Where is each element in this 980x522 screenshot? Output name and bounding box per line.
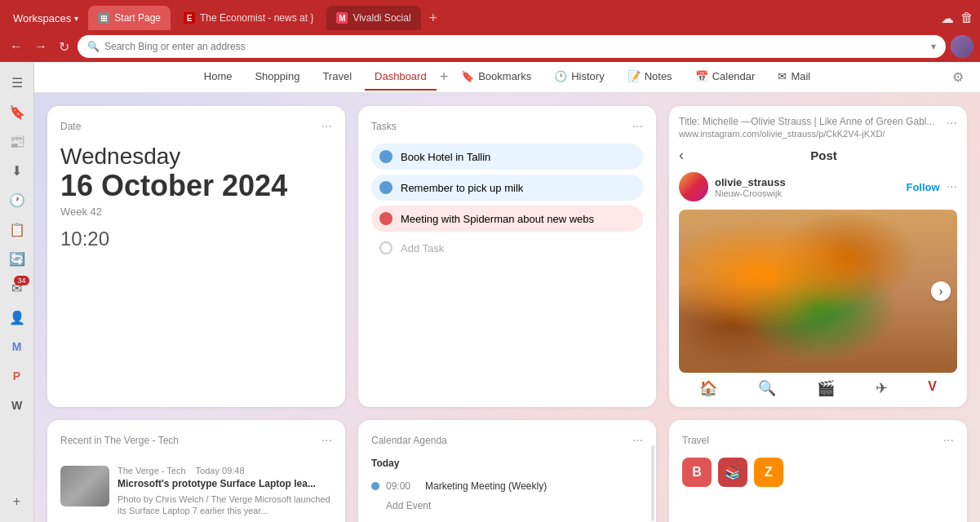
task-item-3[interactable]: Meeting with Spiderman about new webs <box>371 206 643 232</box>
nav-shopping[interactable]: Shopping <box>245 64 309 91</box>
instagram-search-icon[interactable]: 🔍 <box>758 379 776 397</box>
instagram-user-row: olivie_strauss Nieuw-Crooswijk Follow ··… <box>679 172 957 201</box>
sidebar-icon-pocket[interactable]: P <box>3 362 31 390</box>
instagram-avatar <box>679 172 708 201</box>
calendar-icon: 📅 <box>695 70 708 82</box>
nav-mail[interactable]: ✉ Mail <box>768 64 820 91</box>
nav-calendar[interactable]: 📅 Calendar <box>685 64 765 91</box>
travel-card-title: Travel <box>682 435 709 446</box>
date-card-menu-button[interactable]: ··· <box>321 119 332 134</box>
date-week: Week 42 <box>60 206 332 218</box>
sidebar-icon-mastodon[interactable]: M <box>3 333 31 361</box>
calendar-add-event-today[interactable]: Add Event <box>371 497 643 515</box>
address-input[interactable] <box>104 41 926 52</box>
dashboard: Date ··· Wednesday 16 October 2024 Week … <box>34 93 980 522</box>
tasks-card-menu-button[interactable]: ··· <box>632 119 643 134</box>
instagram-card-title: Title: Michelle —Olivie Strauss | Like A… <box>679 116 934 127</box>
sidebar-icon-sessions[interactable]: 📋 <box>3 215 31 243</box>
travel-icon-z[interactable]: Z <box>754 458 783 487</box>
travel-card-header: Travel ··· <box>682 433 954 448</box>
main-layout: ☰ 🔖 📰 ⬇ 🕐 📋 🔄 ✉ 34 👤 M P W + Home Shoppi… <box>0 62 980 522</box>
sidebar-add-panel-button[interactable]: + <box>3 488 31 515</box>
tasks-card-header: Tasks ··· <box>371 119 643 134</box>
browser-chrome: Workspaces ▾ ⊞ Start Page E The Economis… <box>0 0 980 62</box>
trash-icon[interactable]: 🗑 <box>960 11 973 25</box>
top-nav: Home Shopping Travel Dashboard + 🔖 Bookm… <box>34 62 980 93</box>
sidebar-icon-reading[interactable]: 📰 <box>3 127 31 155</box>
travel-icon-readlist[interactable]: 📚 <box>718 458 747 487</box>
nav-history[interactable]: 🕐 History <box>544 64 614 91</box>
nav-travel[interactable]: Travel <box>313 64 361 91</box>
calendar-event-marketing[interactable]: 09:00 Marketing Meeting (Weekly) <box>371 476 643 497</box>
new-tab-button[interactable]: + <box>424 10 443 27</box>
date-card-header: Date ··· <box>60 119 332 134</box>
workspaces-label: Workspaces <box>13 12 71 24</box>
tab-start[interactable]: ⊞ Start Page <box>88 6 171 30</box>
news-card-header: Recent in The Verge - Tech ··· <box>60 433 332 448</box>
address-bar-chevron-icon[interactable]: ▾ <box>931 41 936 52</box>
task-circle-3 <box>379 212 392 225</box>
task-label-3: Meeting with Spiderman about new webs <box>401 213 594 225</box>
instagram-home-icon[interactable]: 🏠 <box>699 379 717 397</box>
task-item-2[interactable]: Remember to pick up milk <box>371 175 643 201</box>
settings-icon[interactable]: ⚙ <box>952 69 964 85</box>
cloud-sync-icon[interactable]: ☁ <box>941 11 954 26</box>
calendar-card-menu-button[interactable]: ··· <box>632 433 643 448</box>
profile-avatar[interactable] <box>951 35 973 58</box>
tasks-card-title: Tasks <box>371 121 397 132</box>
sidebar-icon-bookmarks[interactable]: 🔖 <box>3 98 31 126</box>
tab-vivaldi[interactable]: M Vivaldi Social <box>326 6 420 30</box>
browser-actions: ☁ 🗑 <box>941 11 973 26</box>
date-card-title: Date <box>60 121 81 132</box>
mail-badge: 34 <box>14 276 29 285</box>
add-task-button[interactable]: Add Task <box>371 237 643 259</box>
task-item-1[interactable]: Book Hotel in Tallin <box>371 144 643 170</box>
calendar-time-marketing: 09:00 <box>386 480 419 492</box>
instagram-follow-button[interactable]: Follow <box>906 181 939 193</box>
travel-icons: B 📚 Z <box>682 458 954 487</box>
instagram-card-url: www.instagram.com/olivie_strauss/p/CkK2V… <box>679 129 934 139</box>
date-time: 10:20 <box>60 228 332 250</box>
calendar-dot-marketing <box>371 482 379 490</box>
news-excerpt-1: Photo by Chris Welch / The Verge Microso… <box>118 493 332 517</box>
tab-label-vivaldi: Vivaldi Social <box>353 12 410 24</box>
instagram-next-image-button[interactable]: › <box>931 281 951 301</box>
back-button[interactable]: ← <box>7 36 26 57</box>
instagram-shop-icon[interactable]: 🎬 <box>817 379 835 397</box>
instagram-send-icon[interactable]: ✈ <box>876 379 888 397</box>
address-bar[interactable]: 🔍 ▾ <box>78 35 946 58</box>
sidebar-icon-panel-toggle[interactable]: ☰ <box>3 69 31 96</box>
calendar-scrollbar[interactable] <box>651 445 654 521</box>
tab-label-start: Start Page <box>114 12 161 24</box>
instagram-more-button[interactable]: ··· <box>947 179 957 194</box>
nav-add-button[interactable]: + <box>440 69 449 86</box>
travel-icon-booking[interactable]: B <box>682 458 712 487</box>
nav-notes[interactable]: 📝 Notes <box>618 64 682 91</box>
instagram-back-button[interactable]: ‹ <box>679 147 684 164</box>
travel-card-menu-button[interactable]: ··· <box>943 433 954 448</box>
nav-home[interactable]: Home <box>194 64 242 91</box>
main-content: Home Shopping Travel Dashboard + 🔖 Bookm… <box>34 62 980 522</box>
tasks-card: Tasks ··· Book Hotel in Tallin Remember … <box>358 106 656 407</box>
sidebar-icon-history[interactable]: 🕐 <box>3 186 31 214</box>
task-circle-2 <box>379 181 392 194</box>
sidebar-icon-contacts[interactable]: 👤 <box>3 303 31 331</box>
instagram-location: Nieuw-Crooswijk <box>715 188 786 198</box>
calendar-today-label: Today <box>371 458 643 469</box>
sidebar-icon-downloads[interactable]: ⬇ <box>3 157 31 184</box>
instagram-card-menu-button[interactable]: ··· <box>947 116 957 130</box>
instagram-vivaldi-icon[interactable]: V <box>928 379 937 397</box>
sidebar-icon-synced-tabs[interactable]: 🔄 <box>3 245 31 272</box>
nav-bookmarks[interactable]: 🔖 Bookmarks <box>451 64 541 91</box>
nav-dashboard[interactable]: Dashboard <box>365 64 437 91</box>
date-weekday: Wednesday <box>60 144 332 170</box>
tab-economist[interactable]: E The Economist - news at } <box>174 6 323 30</box>
sidebar-icon-mail[interactable]: ✉ 34 <box>3 274 31 302</box>
workspaces-button[interactable]: Workspaces ▾ <box>7 9 85 28</box>
news-card-menu-button[interactable]: ··· <box>321 433 332 448</box>
task-label-2: Remember to pick up milk <box>401 182 523 194</box>
forward-button[interactable]: → <box>31 36 51 57</box>
sidebar-icon-w[interactable]: W <box>3 392 31 419</box>
news-item-1[interactable]: The Verge - Tech Today 09:48 Microsoft's… <box>60 458 332 522</box>
reload-button[interactable]: ↻ <box>55 36 73 58</box>
